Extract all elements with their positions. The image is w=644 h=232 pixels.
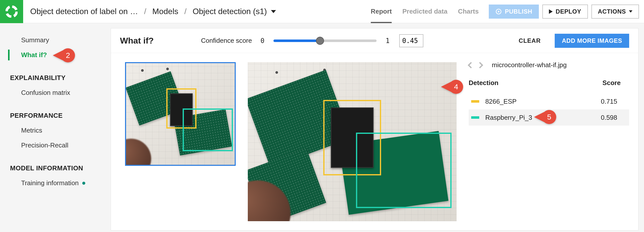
sidebar-header-model-info: MODEL INFORMATION [0, 153, 111, 176]
detection-row[interactable]: 8266_ESP 0.715 [469, 93, 629, 109]
sidebar-item-precision-recall[interactable]: Precision-Recall [0, 138, 111, 153]
sidebar-header-explainability: EXPLAINABILITY [0, 62, 111, 85]
col-score: Score [594, 79, 629, 87]
whatif-body: microcontroller-what-if.jpg Detection Sc… [111, 53, 638, 230]
sidebar-header-performance: PERFORMANCE [0, 100, 111, 123]
confidence-slider[interactable] [273, 40, 377, 42]
app-logo[interactable] [0, 0, 23, 23]
image-thumbnail[interactable] [125, 62, 236, 166]
sidebar-item-confusion-matrix[interactable]: Confusion matrix [0, 85, 111, 100]
range-min: 0 [260, 37, 264, 45]
add-images-button[interactable]: ADD MORE IMAGES [555, 34, 629, 48]
breadcrumb: Object detection of label on … / Models … [23, 7, 276, 16]
publish-label: PUBLISH [505, 8, 532, 15]
page-title: What if? [120, 36, 154, 46]
detection-row[interactable]: Raspberry_Pi_3 0.598 [469, 109, 629, 126]
top-actions: PUBLISH DEPLOY ACTIONS [479, 5, 644, 19]
crumb-model-label: Object detection (s1) [193, 7, 267, 16]
detections-table-header: Detection Score [469, 79, 629, 87]
detection-name: 8266_ESP [485, 98, 591, 105]
sidebar-item-metrics[interactable]: Metrics [0, 123, 111, 138]
whatif-card: What if? Confidence score 0 1 CLEAR ADD … [111, 28, 638, 230]
image-filename: microcontroller-what-if.jpg [492, 61, 567, 69]
image-nav: microcontroller-what-if.jpg [469, 61, 629, 69]
sidebar-item-label: What if? [21, 51, 47, 59]
image-preview[interactable] [248, 62, 457, 221]
detection-score: 0.598 [591, 114, 627, 122]
publish-button[interactable]: PUBLISH [489, 5, 539, 19]
caret-down-icon [629, 10, 632, 13]
play-icon [549, 9, 553, 14]
tab-report[interactable]: Report [371, 0, 392, 23]
clear-button[interactable]: CLEAR [519, 37, 541, 44]
slider-thumb[interactable] [316, 37, 324, 45]
col-detection: Detection [469, 79, 594, 87]
chevron-left-icon[interactable] [468, 62, 474, 68]
publish-icon [495, 8, 502, 15]
svg-point-2 [498, 11, 500, 12]
bbox-rpi-thumb [183, 108, 233, 151]
sidebar-item-training-info[interactable]: Training information [0, 176, 111, 190]
crumb-sep: / [144, 7, 146, 16]
deploy-button[interactable]: DEPLOY [542, 5, 588, 19]
bbox-rpi [356, 133, 452, 208]
slider-fill [273, 40, 320, 42]
class-swatch-esp [471, 100, 479, 103]
report-sidebar: Summary What if? EXPLAINABILITY Confusio… [0, 23, 111, 232]
chevron-right-icon[interactable] [477, 62, 483, 68]
detection-score: 0.715 [591, 98, 627, 105]
actions-label: ACTIONS [598, 8, 626, 15]
tab-predicted-data[interactable]: Predicted data [402, 0, 447, 23]
top-bar: Object detection of label on … / Models … [0, 0, 644, 23]
model-tabs: Report Predicted data Charts [371, 0, 479, 23]
detection-name: Raspberry_Pi_3 [485, 114, 591, 122]
detections-panel: microcontroller-what-if.jpg Detection Sc… [469, 62, 629, 221]
tab-charts[interactable]: Charts [458, 0, 479, 23]
confidence-value-input[interactable] [399, 34, 423, 47]
caret-down-icon [271, 10, 276, 13]
crumb-project[interactable]: Object detection of label on … [30, 7, 138, 16]
actions-button[interactable]: ACTIONS [591, 5, 639, 19]
status-dot-icon [82, 182, 85, 185]
crumb-sep: / [184, 7, 187, 16]
class-swatch-rpi [471, 116, 479, 119]
sidebar-item-label: Training information [21, 179, 79, 187]
range-max: 1 [386, 37, 390, 45]
whatif-header: What if? Confidence score 0 1 CLEAR ADD … [111, 28, 638, 53]
svg-point-0 [7, 7, 17, 17]
sidebar-item-whatif[interactable]: What if? [0, 48, 111, 62]
logo-icon [6, 6, 18, 18]
confidence-label: Confidence score [201, 37, 252, 45]
crumb-models[interactable]: Models [152, 7, 178, 16]
crumb-model-dropdown[interactable]: Object detection (s1) [193, 7, 276, 16]
sidebar-item-summary[interactable]: Summary [0, 33, 111, 48]
main-area: What if? Confidence score 0 1 CLEAR ADD … [111, 23, 644, 232]
deploy-label: DEPLOY [556, 8, 581, 15]
